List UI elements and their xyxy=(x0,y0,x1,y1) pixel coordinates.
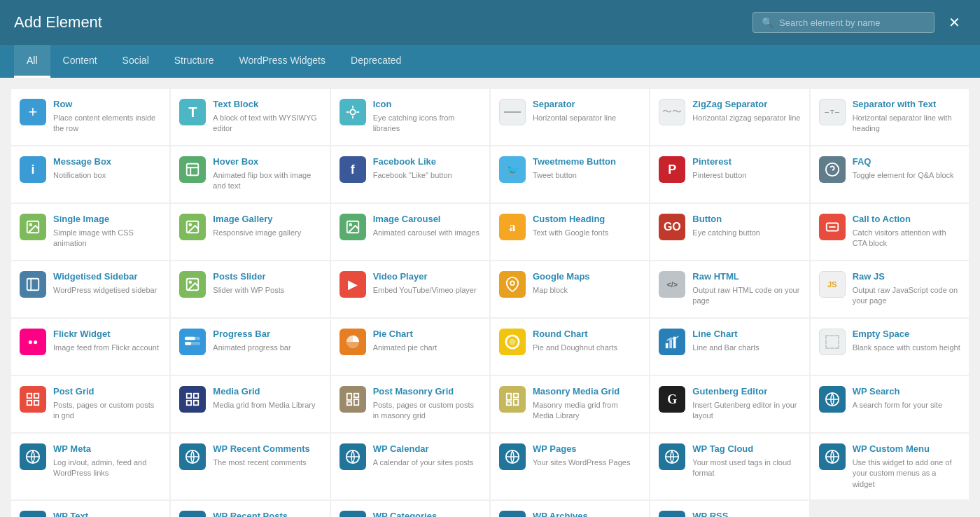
element-card-wp-calendar[interactable]: WP CalendarA calendar of your sites post… xyxy=(331,434,489,499)
element-info: ButtonEye catching button xyxy=(692,214,800,238)
element-name: Raw JS xyxy=(853,271,960,283)
element-card-custom-heading[interactable]: aCustom HeadingText with Google fonts xyxy=(491,204,649,260)
element-name: Widgetised Sidebar xyxy=(53,271,161,283)
search-input[interactable] xyxy=(779,18,925,28)
element-name: Single Image xyxy=(53,214,161,226)
element-desc: Simple image with CSS animation xyxy=(53,228,161,249)
element-card-masonry-media-grid[interactable]: Masonry Media GridMasonry media grid fro… xyxy=(491,376,649,432)
element-card-single-image[interactable]: Single ImageSimple image with CSS animat… xyxy=(11,204,169,260)
svg-rect-37 xyxy=(187,401,191,405)
element-info: RowPlace content elements inside the row xyxy=(53,99,161,135)
element-card-hover-box[interactable]: Hover BoxAnimated flip box with image an… xyxy=(171,146,329,202)
element-card-raw-html[interactable]: </>Raw HTMLOutput raw HTML code on your … xyxy=(650,261,808,317)
svg-rect-24 xyxy=(185,342,191,345)
element-card-wp-search[interactable]: WP SearchA search form for your site xyxy=(811,376,969,432)
element-icon: + xyxy=(20,99,46,125)
element-info: WP RSSEntries from any RSS or Atom feed xyxy=(692,511,800,517)
element-card-zigzag-separator[interactable]: 〜〜ZigZag SeparatorHorizontal zigzag sepa… xyxy=(650,89,808,145)
element-card-icon[interactable]: IconEye catching icons from libraries xyxy=(331,89,489,145)
element-icon: 〜〜 xyxy=(659,99,685,125)
element-card-wp-pages[interactable]: WP PagesYour sites WordPress Pages xyxy=(491,434,649,499)
element-card-image-carousel[interactable]: Image CarouselAnimated carousel with ima… xyxy=(331,204,489,260)
element-info: WP PagesYour sites WordPress Pages xyxy=(533,443,640,468)
element-card-empty-space[interactable]: Empty SpaceBlank space with custom heigh… xyxy=(811,319,969,375)
tab-content[interactable]: Content xyxy=(50,45,110,78)
element-card-wp-custom-menu[interactable]: WP Custom MenuUse this widget to add one… xyxy=(811,434,969,499)
element-name: WP Calendar xyxy=(373,443,481,455)
element-card-separator[interactable]: SeparatorHorizontal separator line xyxy=(491,89,649,145)
element-info: Google MapsMap block xyxy=(533,271,640,296)
modal-title: Add Element xyxy=(14,13,102,32)
element-card-wp-tag-cloud[interactable]: WP Tag CloudYour most used tags in cloud… xyxy=(650,434,808,499)
element-card-tweetmeme-button[interactable]: 🐦Tweetmeme ButtonTweet button xyxy=(491,146,649,202)
element-desc: Place content elements inside the row xyxy=(53,113,161,135)
element-card-video-player[interactable]: ▶Video PlayerEmbed YouTube/Vimeo player xyxy=(331,261,489,317)
element-icon xyxy=(179,214,206,240)
element-card-faq[interactable]: FAQToggle element for Q&A block xyxy=(811,146,969,202)
element-card-button[interactable]: GOButtonEye catching button xyxy=(650,204,808,260)
element-card-media-grid[interactable]: Media GridMedia grid from Media Library xyxy=(171,376,329,432)
element-name: Icon xyxy=(373,99,481,111)
element-card-pie-chart[interactable]: Pie ChartAnimated pie chart xyxy=(331,319,489,375)
element-card-message-box[interactable]: iMessage BoxNotification box xyxy=(11,146,169,202)
tab-deprecated[interactable]: Deprecated xyxy=(338,45,414,78)
element-desc: Eye catching button xyxy=(692,228,800,238)
element-name: Flickr Widget xyxy=(53,329,161,340)
element-card-post-grid[interactable]: Post GridPosts, pages or custom posts in… xyxy=(11,376,169,432)
element-card-google-maps[interactable]: Google MapsMap block xyxy=(491,261,649,317)
svg-point-11 xyxy=(190,223,192,226)
element-card-wp-meta[interactable]: WP MetaLog in/out, admin, feed and WordP… xyxy=(11,434,169,499)
element-card-text-block[interactable]: TText BlockA block of text with WYSIWYG … xyxy=(171,89,329,145)
element-card-row[interactable]: +RowPlace content elements inside the ro… xyxy=(11,89,169,145)
element-card-wp-recent-posts[interactable]: WP Recent PostsThe most recent posts on … xyxy=(171,501,329,517)
element-desc: Your most used tags in cloud format xyxy=(692,457,800,479)
tab-structure[interactable]: Structure xyxy=(162,45,227,78)
element-card-facebook-like[interactable]: fFacebook LikeFacebook "Like" button xyxy=(331,146,489,202)
element-card-line-chart[interactable]: Line ChartLine and Bar charts xyxy=(650,319,808,375)
element-name: Post Grid xyxy=(53,386,161,398)
element-card-post-masonry-grid[interactable]: Post Masonry GridPosts, pages or custom … xyxy=(331,376,489,432)
search-box[interactable]: 🔍 xyxy=(752,12,934,33)
element-name: Posts Slider xyxy=(213,271,321,283)
element-info: Posts SliderSlider with WP Posts xyxy=(213,271,321,296)
element-desc: Your sites WordPress Pages xyxy=(533,457,640,468)
tab-all[interactable]: All xyxy=(14,45,50,78)
svg-rect-46 xyxy=(514,399,518,405)
element-desc: Output raw JavaScript code on your page xyxy=(853,285,960,307)
element-card-flickr-widget[interactable]: ●●Flickr WidgetImage feed from Flickr ac… xyxy=(11,319,169,375)
element-name: Pinterest xyxy=(692,156,800,168)
element-card-round-chart[interactable]: Round ChartPie and Doughnut charts xyxy=(491,319,649,375)
element-card-wp-archives[interactable]: WP ArchivesA monthly archive of your sit… xyxy=(491,501,649,517)
tab-social[interactable]: Social xyxy=(110,45,162,78)
element-card-widgetised-sidebar[interactable]: Widgetised SidebarWordPress widgetised s… xyxy=(11,261,169,317)
element-name: Custom Heading xyxy=(533,214,640,226)
element-name: WP RSS xyxy=(692,511,800,517)
element-card-wp-rss[interactable]: WP RSSEntries from any RSS or Atom feed xyxy=(650,501,808,517)
element-name: ZigZag Separator xyxy=(692,99,800,111)
element-card-wp-recent-comments[interactable]: WP Recent CommentsThe most recent commen… xyxy=(171,434,329,499)
element-card-pinterest[interactable]: PPinterestPinterest button xyxy=(650,146,808,202)
element-icon xyxy=(499,443,526,470)
tab-wordpress-widgets[interactable]: WordPress Widgets xyxy=(227,45,338,78)
element-card-gutenberg-editor[interactable]: GGutenberg EditorInsert Gutenberg editor… xyxy=(650,376,808,432)
element-desc: Pie and Doughnut charts xyxy=(533,343,640,353)
element-name: Post Masonry Grid xyxy=(373,386,481,398)
element-card-image-gallery[interactable]: Image GalleryResponsive image gallery xyxy=(171,204,329,260)
element-card-wp-text[interactable]: WP TextArbitrary text or HTML xyxy=(11,501,169,517)
element-card-call-to-action[interactable]: Call to ActionCatch visitors attention w… xyxy=(811,204,969,260)
element-icon: JS xyxy=(819,271,846,298)
element-card-wp-categories[interactable]: WP CategoriesA list or dropdown of categ… xyxy=(331,501,489,517)
element-card-posts-slider[interactable]: Posts SliderSlider with WP Posts xyxy=(171,261,329,317)
element-icon xyxy=(499,271,526,298)
element-info: Call to ActionCatch visitors attention w… xyxy=(853,214,960,249)
close-button[interactable]: ✕ xyxy=(943,11,966,34)
element-icon xyxy=(340,511,366,517)
element-icon xyxy=(179,156,206,183)
element-info: WP Recent PostsThe most recent posts on … xyxy=(213,511,321,517)
element-card-progress-bar[interactable]: Progress BarAnimated progress bar xyxy=(171,319,329,375)
element-card-raw-js[interactable]: JSRaw JSOutput raw JavaScript code on yo… xyxy=(811,261,969,317)
svg-point-27 xyxy=(509,338,515,345)
element-desc: Slider with WP Posts xyxy=(213,285,321,296)
element-card-separator-with-text[interactable]: TSeparator with TextHorizontal separator… xyxy=(811,89,969,145)
svg-rect-32 xyxy=(34,394,38,398)
